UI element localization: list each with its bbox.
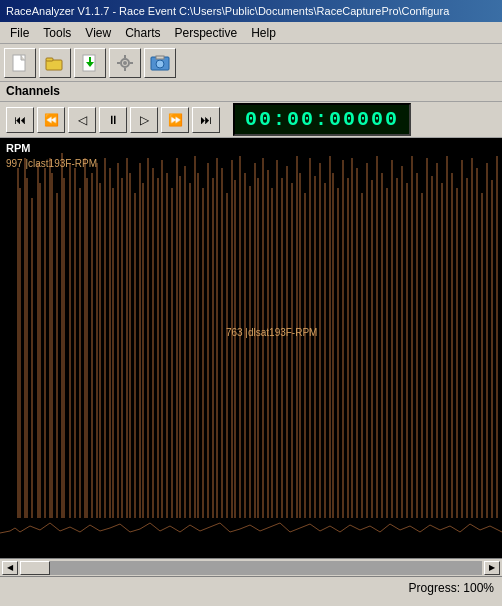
fast-forward-button[interactable]: ⏩ [161, 107, 189, 133]
menu-charts[interactable]: Charts [119, 24, 166, 42]
status-bar: Progress: 100% [0, 576, 502, 598]
menu-bar: File Tools View Charts Perspective Help [0, 22, 502, 44]
chart-label-mid: 763 |dlsat193F-RPM [226, 327, 318, 338]
skip-forward-button[interactable]: ⏭ [192, 107, 220, 133]
scroll-left-button[interactable]: ◀ [2, 561, 18, 575]
transport-bar: ⏮ ⏪ ◁ ⏸ ▷ ⏩ ⏭ 00:00:00000 [0, 102, 502, 138]
play-button[interactable]: ▷ [130, 107, 158, 133]
menu-file[interactable]: File [4, 24, 35, 42]
scroll-right-button[interactable]: ▶ [484, 561, 500, 575]
svg-rect-2 [46, 58, 53, 61]
clock-display: 00:00:00000 [233, 103, 411, 136]
svg-point-13 [156, 60, 164, 68]
chart-label-top: 997 |clast193F-RPM [6, 158, 97, 169]
scrollbar-area: ◀ ▶ [0, 558, 502, 576]
svg-rect-0 [13, 55, 25, 71]
menu-tools[interactable]: Tools [37, 24, 77, 42]
toolbar [0, 44, 502, 82]
scrollbar-thumb[interactable] [20, 561, 50, 575]
channels-label: Channels [6, 84, 60, 98]
chart-svg [0, 138, 502, 558]
new-button[interactable] [4, 48, 36, 78]
menu-perspective[interactable]: Perspective [169, 24, 244, 42]
settings-button[interactable] [109, 48, 141, 78]
open-button[interactable] [39, 48, 71, 78]
progress-text: Progress: 100% [409, 581, 494, 595]
menu-help[interactable]: Help [245, 24, 282, 42]
rpm-label: RPM [6, 142, 30, 154]
title-text: RaceAnalyzer V1.1.7 - Race Event C:\User… [6, 5, 449, 17]
scrollbar-track[interactable] [20, 561, 482, 575]
channels-bar: Channels [0, 82, 502, 102]
svg-point-7 [123, 61, 127, 65]
title-bar: RaceAnalyzer V1.1.7 - Race Event C:\User… [0, 0, 502, 22]
menu-view[interactable]: View [79, 24, 117, 42]
skip-back-button[interactable]: ⏮ [6, 107, 34, 133]
pause-button[interactable]: ⏸ [99, 107, 127, 133]
step-back-button[interactable]: ◁ [68, 107, 96, 133]
photo-button[interactable] [144, 48, 176, 78]
download-button[interactable] [74, 48, 106, 78]
fast-back-button[interactable]: ⏪ [37, 107, 65, 133]
chart-container: RPM 997 |clast193F-RPM 763 |dlsat193F-RP… [0, 138, 502, 558]
svg-rect-14 [156, 56, 164, 59]
